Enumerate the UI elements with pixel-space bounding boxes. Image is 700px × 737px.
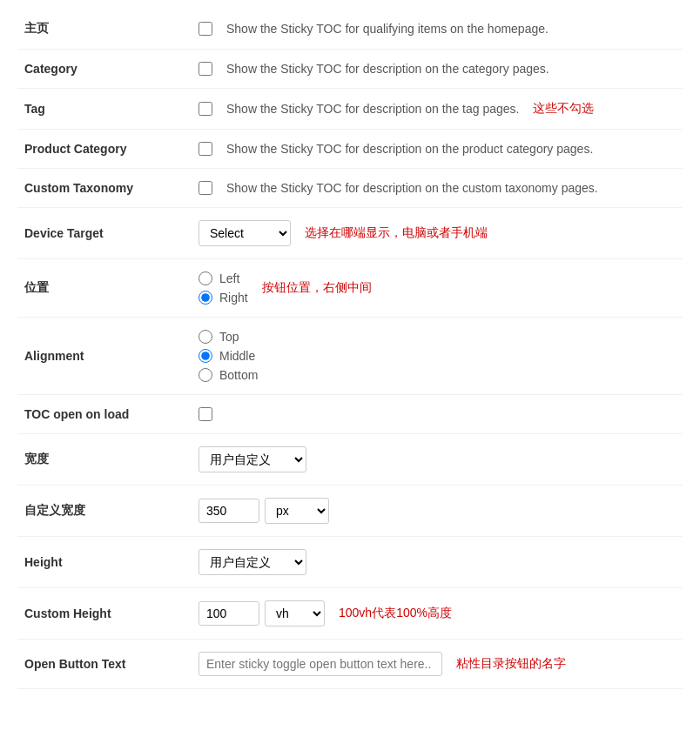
content-custom-height: vhpx%100vh代表100%高度 xyxy=(192,588,683,640)
label-homepage: 主页 xyxy=(17,9,192,50)
content-toc-open-on-load xyxy=(192,395,683,434)
checkbox-tag[interactable] xyxy=(199,102,212,116)
row-content-open-button-text: 粘性目录按钮的名字 xyxy=(199,652,676,676)
label-text-toc-open-on-load: TOC open on load xyxy=(24,407,129,421)
label-text-custom-height: Custom Height xyxy=(24,606,111,620)
content-width: 用户自定义AutoFull xyxy=(192,434,683,486)
label-product-category: Product Category xyxy=(17,130,192,169)
row-alignment: AlignmentTopMiddleBottom xyxy=(17,318,683,395)
radio-item-position-left: Left xyxy=(199,271,248,285)
row-content-position: LeftRight按钮位置，右侧中间 xyxy=(199,271,676,305)
radio-label-alignment-top: Top xyxy=(219,330,239,344)
row-content-product-category: Show the Sticky TOC for description on t… xyxy=(199,142,676,156)
label-height: Height xyxy=(17,537,192,588)
row-height: Height用户自定义AutoFull xyxy=(17,537,683,588)
label-text-custom-taxonomy: Custom Taxonomy xyxy=(24,181,133,195)
label-text-category: Category xyxy=(24,62,77,76)
row-content-alignment: TopMiddleBottom xyxy=(199,330,676,382)
content-product-category: Show the Sticky TOC for description on t… xyxy=(192,130,683,169)
select-height[interactable]: 用户自定义AutoFull xyxy=(199,549,306,575)
number-input-custom-width[interactable] xyxy=(199,499,259,523)
description-custom-taxonomy: Show the Sticky TOC for description on t… xyxy=(226,181,598,195)
content-height: 用户自定义AutoFull xyxy=(192,537,683,588)
radio-item-alignment-bottom: Bottom xyxy=(199,368,258,382)
row-content-width: 用户自定义AutoFull xyxy=(199,446,676,472)
description-product-category: Show the Sticky TOC for description on t… xyxy=(226,142,593,156)
description-tag: Show the Sticky TOC for description on t… xyxy=(226,102,519,116)
label-position: 位置 xyxy=(17,259,192,318)
row-product-category: Product CategoryShow the Sticky TOC for … xyxy=(17,130,683,169)
radio-label-alignment-middle: Middle xyxy=(219,349,255,363)
text-input-open-button-text[interactable] xyxy=(199,652,442,676)
label-custom-taxonomy: Custom Taxonomy xyxy=(17,169,192,208)
row-custom-height: Custom Heightvhpx%100vh代表100%高度 xyxy=(17,588,683,640)
unit-select-custom-height[interactable]: vhpx% xyxy=(265,600,325,626)
label-tag: Tag xyxy=(17,89,192,130)
label-text-width: 宽度 xyxy=(24,452,49,466)
inline-group-custom-height: vhpx% xyxy=(199,600,325,626)
radio-label-alignment-bottom: Bottom xyxy=(219,368,258,382)
radio-position-left[interactable] xyxy=(199,271,212,285)
content-category: Show the Sticky TOC for description on t… xyxy=(192,50,683,89)
label-category: Category xyxy=(17,50,192,89)
label-text-position: 位置 xyxy=(24,280,49,294)
radio-item-alignment-middle: Middle xyxy=(199,349,258,363)
checkbox-custom-taxonomy[interactable] xyxy=(199,181,212,195)
number-input-custom-height[interactable] xyxy=(199,601,259,626)
annotation-open-button-text: 粘性目录按钮的名字 xyxy=(456,656,566,672)
row-homepage: 主页Show the Sticky TOC for qualifying ite… xyxy=(17,9,683,50)
label-text-custom-width: 自定义宽度 xyxy=(24,503,85,517)
label-text-device-target: Device Target xyxy=(24,226,104,240)
label-text-tag: Tag xyxy=(24,102,45,116)
radio-alignment-bottom[interactable] xyxy=(199,368,212,382)
label-text-product-category: Product Category xyxy=(24,142,126,156)
radio-alignment-top[interactable] xyxy=(199,330,212,344)
content-open-button-text: 粘性目录按钮的名字 xyxy=(192,640,683,689)
label-toc-open-on-load: TOC open on load xyxy=(17,395,192,434)
row-device-target: Device TargetSelectDesktopMobileBoth选择在哪… xyxy=(17,208,683,259)
content-alignment: TopMiddleBottom xyxy=(192,318,683,395)
settings-table: 主页Show the Sticky TOC for qualifying ite… xyxy=(17,9,683,689)
row-content-device-target: SelectDesktopMobileBoth选择在哪端显示，电脑或者手机端 xyxy=(199,220,676,246)
label-open-button-text: Open Button Text xyxy=(17,640,192,689)
content-device-target: SelectDesktopMobileBoth选择在哪端显示，电脑或者手机端 xyxy=(192,208,683,259)
select-width[interactable]: 用户自定义AutoFull xyxy=(199,446,306,472)
content-custom-taxonomy: Show the Sticky TOC for description on t… xyxy=(192,169,683,208)
row-content-custom-width: pxem% xyxy=(199,498,676,524)
row-content-toc-open-on-load xyxy=(199,407,676,421)
label-device-target: Device Target xyxy=(17,208,192,259)
radio-item-position-right: Right xyxy=(199,291,248,305)
radio-group-position: LeftRight xyxy=(199,271,248,305)
radio-label-position-right: Right xyxy=(219,291,248,305)
row-custom-width: 自定义宽度pxem% xyxy=(17,486,683,537)
annotation-position: 按钮位置，右侧中间 xyxy=(262,280,372,296)
annotation-device-target: 选择在哪端显示，电脑或者手机端 xyxy=(305,225,488,241)
checkbox-toc-open-on-load[interactable] xyxy=(199,407,212,421)
unit-select-custom-width[interactable]: pxem% xyxy=(265,498,329,524)
radio-group-alignment: TopMiddleBottom xyxy=(199,330,258,382)
radio-position-right[interactable] xyxy=(199,291,212,305)
annotation-tag: 这些不勾选 xyxy=(533,101,594,117)
row-custom-taxonomy: Custom TaxonomyShow the Sticky TOC for d… xyxy=(17,169,683,208)
row-toc-open-on-load: TOC open on load xyxy=(17,395,683,434)
row-content-custom-height: vhpx%100vh代表100%高度 xyxy=(199,600,676,626)
row-content-custom-taxonomy: Show the Sticky TOC for description on t… xyxy=(199,181,676,195)
row-content-tag: Show the Sticky TOC for description on t… xyxy=(199,101,676,117)
row-category: CategoryShow the Sticky TOC for descript… xyxy=(17,50,683,89)
label-alignment: Alignment xyxy=(17,318,192,395)
row-content-homepage: Show the Sticky TOC for qualifying items… xyxy=(199,22,676,36)
description-homepage: Show the Sticky TOC for qualifying items… xyxy=(226,22,549,36)
content-tag: Show the Sticky TOC for description on t… xyxy=(192,89,683,130)
select-device-target[interactable]: SelectDesktopMobileBoth xyxy=(199,220,291,246)
radio-alignment-middle[interactable] xyxy=(199,349,212,363)
row-position: 位置LeftRight按钮位置，右侧中间 xyxy=(17,259,683,318)
label-text-height: Height xyxy=(24,555,63,569)
inline-group-custom-width: pxem% xyxy=(199,498,329,524)
checkbox-product-category[interactable] xyxy=(199,142,212,156)
row-content-height: 用户自定义AutoFull xyxy=(199,549,676,575)
label-text-alignment: Alignment xyxy=(24,349,84,363)
checkbox-homepage[interactable] xyxy=(199,22,212,36)
checkbox-category[interactable] xyxy=(199,62,212,76)
label-text-open-button-text: Open Button Text xyxy=(24,657,125,671)
row-tag: TagShow the Sticky TOC for description o… xyxy=(17,89,683,130)
